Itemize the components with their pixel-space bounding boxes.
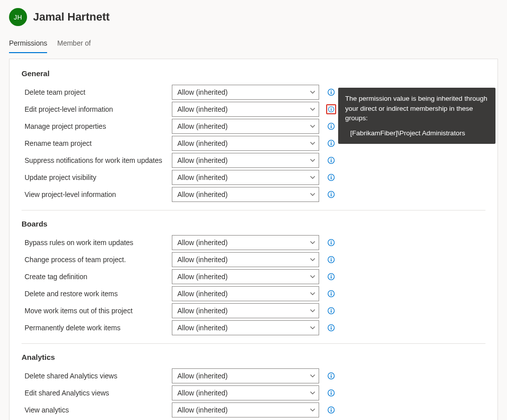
permission-row: Bypass rules on work item updatesAllow (… — [22, 234, 485, 251]
permission-select[interactable]: Allow (inherited) — [172, 153, 319, 168]
permission-select-value: Allow (inherited) — [177, 389, 227, 397]
svg-rect-20 — [331, 194, 332, 196]
permission-label: Manage project properties — [22, 122, 172, 130]
svg-rect-47 — [331, 409, 332, 412]
permission-select-value: Allow (inherited) — [177, 372, 227, 380]
permission-select-value: Allow (inherited) — [177, 105, 227, 113]
svg-point-4 — [331, 108, 332, 109]
chevron-down-icon — [310, 106, 316, 112]
permission-select-value: Allow (inherited) — [177, 190, 227, 198]
svg-rect-44 — [331, 392, 332, 395]
tab-permissions[interactable]: Permissions — [9, 35, 47, 53]
info-icon[interactable] — [326, 155, 336, 165]
permission-select[interactable]: Allow (inherited) — [172, 368, 319, 383]
svg-point-43 — [331, 391, 332, 392]
svg-point-40 — [331, 374, 332, 375]
permission-select-value: Allow (inherited) — [177, 324, 227, 332]
permission-label: Update project visibility — [22, 173, 172, 181]
info-icon[interactable] — [326, 121, 336, 131]
permission-select-value: Allow (inherited) — [177, 139, 227, 147]
chevron-down-icon — [310, 140, 316, 146]
chevron-down-icon — [310, 291, 316, 297]
info-icon[interactable] — [326, 323, 336, 333]
chevron-down-icon — [310, 123, 316, 129]
chevron-down-icon — [310, 240, 316, 246]
svg-rect-11 — [331, 143, 332, 145]
permission-select[interactable]: Allow (inherited) — [172, 303, 319, 318]
permission-select-value: Allow (inherited) — [177, 256, 227, 264]
permission-select[interactable]: Allow (inherited) — [172, 85, 319, 100]
svg-point-34 — [331, 309, 332, 310]
permission-select[interactable]: Allow (inherited) — [172, 286, 319, 301]
svg-rect-29 — [331, 276, 332, 279]
svg-point-7 — [331, 124, 332, 125]
svg-rect-38 — [331, 327, 332, 330]
permission-select[interactable]: Allow (inherited) — [172, 252, 319, 267]
permission-row: Edit shared Analytics viewsAllow (inheri… — [22, 384, 485, 401]
info-icon[interactable] — [326, 272, 336, 282]
svg-rect-14 — [331, 160, 332, 162]
svg-point-19 — [331, 192, 332, 193]
info-icon[interactable] — [326, 87, 336, 97]
tooltip-text: The permission value is being inherited … — [345, 94, 488, 123]
section-divider — [22, 343, 485, 344]
permission-select-value: Allow (inherited) — [177, 173, 227, 181]
section-divider — [22, 210, 485, 211]
permission-label: Edit project-level information — [22, 105, 172, 113]
permissions-panel: GeneralDelete team projectAllow (inherit… — [9, 59, 498, 420]
permission-select-value: Allow (inherited) — [177, 239, 227, 247]
permission-select[interactable]: Allow (inherited) — [172, 170, 319, 185]
tooltip-group: [FabrikamFiber]\Project Administrators — [345, 128, 488, 138]
permission-inheritance-tooltip: The permission value is being inherited … — [338, 88, 495, 144]
info-icon[interactable] — [326, 138, 336, 148]
chevron-down-icon — [310, 174, 316, 180]
info-icon[interactable] — [326, 388, 336, 398]
permission-select[interactable]: Allow (inherited) — [172, 269, 319, 284]
info-icon[interactable] — [326, 189, 336, 199]
permission-label: Permanently delete work items — [22, 324, 172, 332]
tab-memberof[interactable]: Member of — [57, 35, 91, 53]
svg-rect-8 — [331, 126, 332, 128]
chevron-down-icon — [310, 157, 316, 163]
chevron-down-icon — [310, 89, 316, 95]
svg-rect-2 — [331, 92, 332, 94]
permission-select-value: Allow (inherited) — [177, 307, 227, 315]
section-title: Boards — [22, 220, 485, 228]
chevron-down-icon — [310, 308, 316, 314]
permission-select-value: Allow (inherited) — [177, 156, 227, 164]
permission-row: Delete and restore work itemsAllow (inhe… — [22, 285, 485, 302]
permission-select[interactable]: Allow (inherited) — [172, 402, 319, 417]
info-icon[interactable] — [326, 238, 336, 248]
permission-row: View project-level informationAllow (inh… — [22, 186, 485, 203]
info-icon[interactable] — [326, 172, 336, 182]
permission-select[interactable]: Allow (inherited) — [172, 119, 319, 134]
info-icon[interactable] — [326, 371, 336, 381]
info-icon[interactable] — [326, 255, 336, 265]
permission-select[interactable]: Allow (inherited) — [172, 385, 319, 400]
permission-label: Delete and restore work items — [22, 290, 172, 298]
user-header: JH Jamal Hartnett — [9, 8, 498, 26]
permission-select[interactable]: Allow (inherited) — [172, 187, 319, 202]
svg-point-13 — [331, 158, 332, 159]
svg-point-31 — [331, 292, 332, 293]
info-icon[interactable] — [326, 405, 336, 415]
permission-select[interactable]: Allow (inherited) — [172, 102, 319, 117]
svg-point-1 — [331, 90, 332, 91]
permission-label: Edit shared Analytics views — [22, 389, 172, 397]
permission-select-value: Allow (inherited) — [177, 273, 227, 281]
info-icon[interactable] — [326, 306, 336, 316]
info-icon[interactable] — [326, 289, 336, 299]
chevron-down-icon — [310, 325, 316, 331]
permission-row: Move work items out of this projectAllow… — [22, 302, 485, 319]
section-title: Analytics — [22, 353, 485, 361]
permission-label: Create tag definition — [22, 273, 172, 281]
permission-label: Bypass rules on work item updates — [22, 239, 172, 247]
permission-row: Change process of team project.Allow (in… — [22, 251, 485, 268]
info-icon[interactable] — [326, 104, 336, 114]
permission-select[interactable]: Allow (inherited) — [172, 320, 319, 335]
svg-point-10 — [331, 141, 332, 142]
permission-select[interactable]: Allow (inherited) — [172, 235, 319, 250]
permission-label: Delete shared Analytics views — [22, 372, 172, 380]
svg-point-37 — [331, 326, 332, 327]
permission-select[interactable]: Allow (inherited) — [172, 136, 319, 151]
